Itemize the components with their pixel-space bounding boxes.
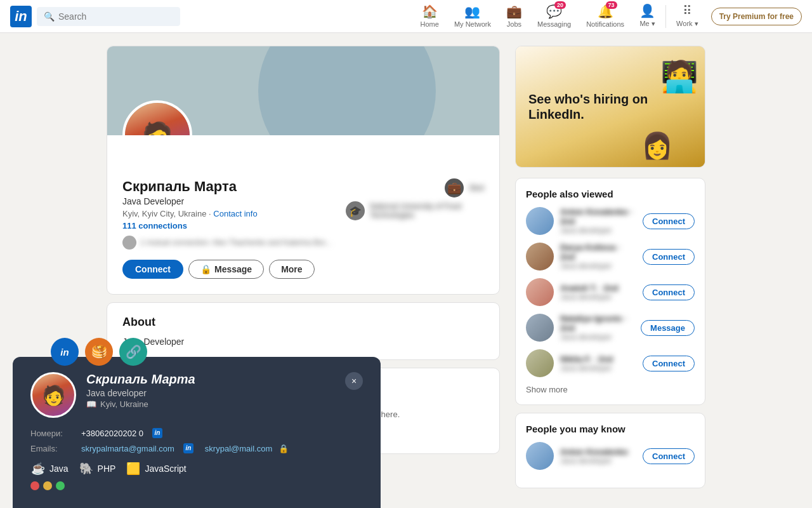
divider: [665, 5, 666, 28]
profile-side: 💼 Sbol 🎓 National University of Food Tec…: [346, 178, 484, 220]
mutual-avatar: [122, 236, 136, 250]
stackoverflow-icon[interactable]: 🥞: [85, 338, 113, 366]
ad-figure2: 👩: [641, 131, 673, 161]
person-avatar: [526, 243, 554, 271]
person-name: Anton Kovalenko: [560, 447, 636, 457]
profile-name: Скрипаль Марта: [122, 178, 258, 195]
navbar: in 🔍 🏠 Home 👥 My Network 💼 Jobs 💬20 Mess…: [0, 0, 812, 33]
person-title: Java developer: [560, 262, 636, 271]
profile-title: Java Developer: [122, 196, 258, 206]
show-more-link[interactable]: Show more: [526, 385, 695, 394]
nav-notifications[interactable]: 🔔73 Notifications: [579, 0, 632, 33]
message-button[interactable]: 🔒 Message: [188, 260, 264, 279]
linkedin-email-icon: in: [183, 443, 193, 453]
nav-home[interactable]: 🏠 Home: [413, 0, 447, 33]
person-name: Nataliya Igrunts · 2nd: [560, 314, 634, 333]
linkedin-phone-icon: in: [152, 428, 162, 438]
profile-edu-row: 🎓 National University of Food Technologi…: [346, 201, 484, 220]
phone-row: Номери: +38062020202 0 in: [30, 428, 363, 438]
nav-work[interactable]: ⠿ Work ▾: [669, 0, 706, 33]
nav-messaging[interactable]: 💬20 Messaging: [530, 0, 579, 33]
search-input[interactable]: [58, 11, 173, 22]
person-connect-button[interactable]: Connect: [643, 448, 695, 464]
profile-banner: 🧑: [107, 46, 499, 135]
person-title: Java developer: [560, 293, 636, 302]
people-may-know: People you may know Anton Kovalenko Java…: [515, 413, 705, 488]
overlay-icons: in 🥞 🔗: [51, 338, 147, 366]
traffic-light-red: [30, 481, 39, 490]
person-connect-button[interactable]: Connect: [643, 213, 695, 229]
about-title: About: [122, 316, 484, 329]
me-icon: 👤: [639, 3, 655, 18]
list-item: Nataliya Igrunts · 2nd Java developer Me…: [526, 314, 695, 342]
link-icon[interactable]: 🔗: [119, 338, 147, 366]
person-avatar: [526, 207, 554, 235]
ad-headline: See who's hiring on LinkedIn.: [528, 91, 692, 122]
person-title: Java developer: [560, 226, 636, 235]
banner-decoration: [258, 46, 436, 135]
js-icon: 🟨: [126, 461, 141, 476]
ad-card: See who's hiring on LinkedIn. 🧑‍💻 👩: [515, 46, 705, 168]
search-bar[interactable]: 🔍: [37, 7, 180, 26]
person-avatar: [526, 349, 554, 377]
person-connect-button[interactable]: Connect: [643, 284, 695, 300]
overlay-close-button[interactable]: ×: [345, 372, 363, 390]
skill-javascript: 🟨 JavaScript: [126, 461, 186, 476]
list-item: Darya Koltova · 2nd Java developer Conne…: [526, 243, 695, 271]
right-sidebar: See who's hiring on LinkedIn. 🧑‍💻 👩 Peop…: [515, 46, 705, 496]
about-card: About Java Developer: [107, 302, 500, 360]
person-name: Anton Kovalenko · 2nd: [560, 207, 636, 226]
phones-label: Номери:: [30, 429, 75, 438]
list-item: Nikita F. · 2nd Java developer Connect: [526, 349, 695, 377]
person-info: Nataliya Igrunts · 2nd Java developer: [560, 314, 634, 342]
connect-button[interactable]: Connect: [122, 260, 183, 279]
person-info: Anatoli T. · 2nd Java developer: [560, 283, 636, 302]
mutual-text: 1 mutual connection: Alex Tkachenko and …: [140, 238, 331, 247]
profile-location: Kyiv, Kyiv City, Ukraine · Contact info: [122, 209, 258, 218]
person-connect-button[interactable]: Connect: [643, 249, 695, 265]
email2-value: skrypal@mail.com: [205, 444, 272, 453]
person-connect-button[interactable]: Connect: [643, 356, 695, 371]
nav-jobs[interactable]: 💼 Jobs: [499, 0, 530, 33]
emails-label: Emails:: [30, 444, 75, 453]
premium-button[interactable]: Try Premium for free: [711, 8, 802, 25]
connections-count: 111 connections: [122, 221, 258, 231]
overlay-person-info: Скрипаль Марта Java developer 📖 Kyiv, Uk…: [86, 372, 335, 409]
person-message-button[interactable]: Message: [641, 320, 695, 336]
contact-info-link[interactable]: Contact info: [213, 209, 257, 218]
profile-body: Скрипаль Марта Java Developer Kyiv, Kyiv…: [107, 135, 499, 294]
person-info: Anton Kovalenko Java developer: [560, 447, 636, 465]
list-item: Anatoli T. · 2nd Java developer Connect: [526, 278, 695, 306]
list-item: Anton Kovalenko Java developer Connect: [526, 442, 695, 470]
overlay-header: 🧑 Скрипаль Марта Java developer 📖 Kyiv, …: [30, 372, 363, 418]
person-title: Java developer: [560, 457, 636, 465]
overlay-avatar: 🧑: [30, 372, 76, 418]
overlay-name: Скрипаль Марта: [86, 372, 335, 387]
notifications-icon: 🔔73: [598, 4, 613, 19]
person-name: Anatoli T. · 2nd: [560, 283, 636, 293]
ad-image: See who's hiring on LinkedIn. 🧑‍💻 👩: [516, 46, 705, 167]
company-avatar: 💼: [445, 178, 464, 197]
linkedin-logo[interactable]: in: [10, 6, 32, 27]
work-grid-icon: ⠿: [683, 3, 692, 18]
edu-name-blurred: National University of Food Technologies: [370, 202, 484, 220]
person-name: Darya Koltova · 2nd: [560, 243, 636, 262]
nav-items: 🏠 Home 👥 My Network 💼 Jobs 💬20 Messaging…: [413, 0, 802, 33]
profile-avatar: 🧑: [122, 100, 192, 135]
profile-card: 🧑 Скрипаль Марта Java Developer Kyiv, Ky…: [107, 46, 500, 295]
ad-text-overlay: See who's hiring on LinkedIn.: [516, 79, 705, 135]
overlay-skills: ☕ Java 🐘 PHP 🟨 JavaScript: [30, 461, 363, 476]
traffic-lights: [30, 481, 363, 490]
nav-me[interactable]: 👤 Me ▾: [632, 0, 663, 33]
nav-network[interactable]: 👥 My Network: [447, 0, 499, 33]
person-info: Nikita F. · 2nd Java developer: [560, 354, 636, 373]
traffic-light-green: [56, 481, 65, 490]
linkedin-share-icon[interactable]: in: [51, 338, 79, 366]
profile-info-row: Скрипаль Марта Java Developer Kyiv, Kyiv…: [122, 178, 484, 231]
people-viewed-title: People also viewed: [526, 189, 695, 199]
email-lock-icon: 🔒: [278, 444, 289, 453]
jobs-icon: 💼: [506, 4, 522, 19]
more-button[interactable]: More: [269, 260, 314, 279]
skill-java: ☕ Java: [30, 461, 69, 476]
people-know-title: People you may know: [526, 424, 695, 434]
